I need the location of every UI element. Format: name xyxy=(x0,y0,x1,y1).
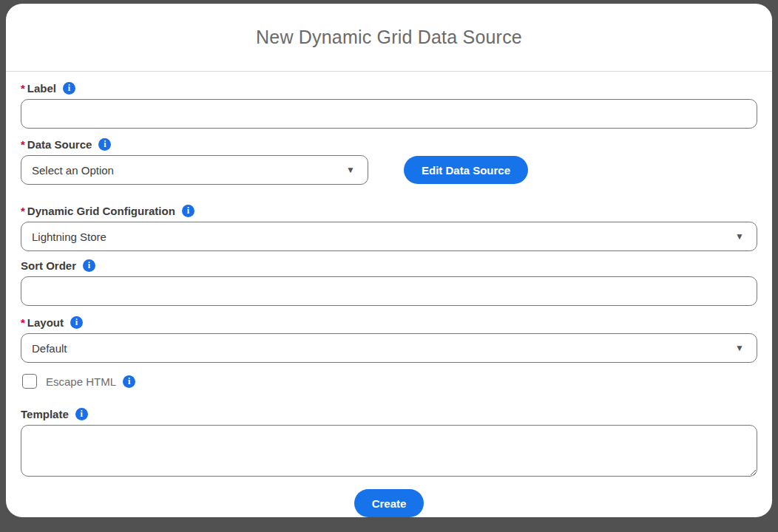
layout-select[interactable]: Default ▼ xyxy=(21,333,757,363)
info-icon[interactable]: i xyxy=(83,259,95,272)
info-icon[interactable]: i xyxy=(70,316,83,329)
chevron-down-icon: ▼ xyxy=(346,166,355,174)
data-source-label: Data Source xyxy=(27,138,92,151)
form-body: * Label i * Data Source i Select an Opti… xyxy=(6,72,772,517)
escape-html-row: Escape HTML i xyxy=(21,374,757,389)
label-field-label: Label xyxy=(27,82,56,95)
required-asterisk: * xyxy=(21,138,25,151)
info-icon[interactable]: i xyxy=(63,82,75,95)
sort-order-label: Sort Order xyxy=(21,259,76,272)
sort-order-label-row: Sort Order i xyxy=(21,259,757,272)
required-asterisk: * xyxy=(21,82,25,95)
escape-html-checkbox[interactable] xyxy=(22,374,37,389)
modal-dialog: New Dynamic Grid Data Source * Label i *… xyxy=(6,4,772,517)
dynamic-grid-config-select[interactable]: Lightning Store ▼ xyxy=(21,222,757,251)
data-source-select[interactable]: Select an Option ▼ xyxy=(21,155,368,185)
modal-footer: Create xyxy=(21,489,757,517)
data-source-label-row: * Data Source i xyxy=(21,137,757,151)
chevron-down-icon: ▼ xyxy=(735,344,744,352)
data-source-selected-value: Select an Option xyxy=(32,164,114,177)
required-asterisk: * xyxy=(21,205,25,217)
dynamic-grid-config-label: Dynamic Grid Configuration xyxy=(27,205,175,217)
template-textarea[interactable] xyxy=(21,425,757,477)
required-asterisk: * xyxy=(21,316,25,329)
create-button[interactable]: Create xyxy=(354,489,424,517)
dynamic-grid-config-label-row: * Dynamic Grid Configuration i xyxy=(21,204,757,217)
layout-label-row: * Layout i xyxy=(21,316,757,329)
info-icon[interactable]: i xyxy=(98,138,111,151)
label-field-label-row: * Label i xyxy=(21,81,757,95)
edit-data-source-button[interactable]: Edit Data Source xyxy=(404,156,528,184)
dynamic-grid-config-selected-value: Lightning Store xyxy=(32,231,106,243)
layout-selected-value: Default xyxy=(32,342,67,355)
modal-header: New Dynamic Grid Data Source xyxy=(6,4,772,72)
sort-order-input[interactable] xyxy=(21,276,757,306)
info-icon[interactable]: i xyxy=(123,375,135,388)
escape-html-label: Escape HTML xyxy=(46,375,116,388)
template-label: Template xyxy=(21,408,69,420)
chevron-down-icon: ▼ xyxy=(735,232,744,241)
label-input[interactable] xyxy=(21,99,757,129)
page-title: New Dynamic Grid Data Source xyxy=(256,27,522,48)
info-icon[interactable]: i xyxy=(182,205,194,217)
info-icon[interactable]: i xyxy=(75,408,88,420)
data-source-row: Select an Option ▼ Edit Data Source xyxy=(21,155,757,185)
layout-label: Layout xyxy=(27,316,64,329)
template-label-row: Template i xyxy=(21,407,757,420)
